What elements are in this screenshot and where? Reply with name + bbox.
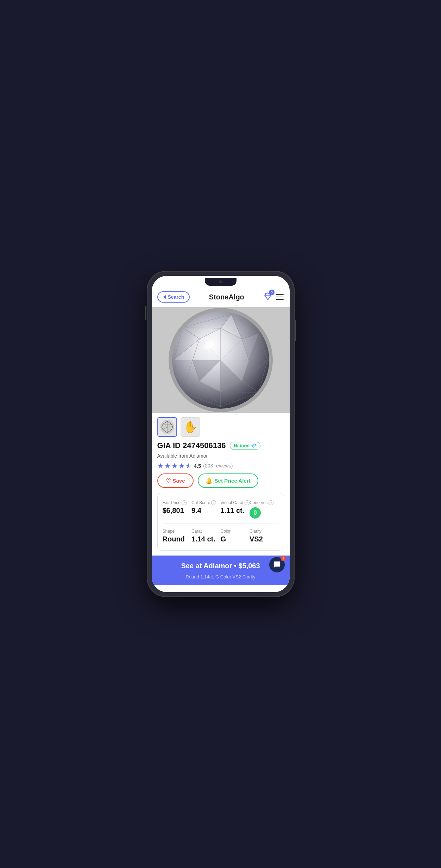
notch-bar: [152, 276, 290, 288]
cut-score-info-icon[interactable]: ?: [211, 500, 216, 505]
color-label: Color: [221, 529, 250, 534]
fair-price-stat: Fair Price ? $6,801: [163, 500, 192, 519]
camera: [219, 280, 222, 283]
shape-value: Round: [163, 535, 192, 543]
menu-icon[interactable]: [276, 294, 284, 300]
chat-badge: 1: [281, 556, 286, 561]
concerns-badge: 0: [250, 507, 261, 519]
fair-price-value: $6,801: [163, 507, 192, 515]
rating-row: ★ ★ ★ ★ ★ ☆ 4.5 (203 reviews): [157, 460, 284, 473]
heart-icon: ♡: [166, 477, 171, 484]
cta-footer: See at Adiamor • $5,063 1 Round 1.14ct. …: [152, 556, 290, 585]
cta-main[interactable]: See at Adiamor • $5,063 1: [152, 556, 290, 574]
diamond-image: [152, 307, 290, 413]
diamond-visual: [168, 307, 273, 413]
save-label: Save: [173, 478, 185, 484]
star-1: ★: [157, 461, 164, 470]
diamond-badge: 3: [269, 290, 275, 295]
action-row: ♡ Save 🔔 Set Price Alert: [157, 473, 284, 493]
visual-carat-info-icon[interactable]: ?: [245, 500, 250, 505]
clarity-value: VS2: [250, 535, 279, 543]
gia-id: GIA ID 2474506136: [157, 441, 226, 450]
clarity-stat: Clarity VS2: [250, 529, 279, 543]
search-button[interactable]: Search: [157, 291, 190, 303]
cta-text: See at Adiamor • $5,063: [181, 562, 260, 570]
natural-badge: Natural 💎: [230, 442, 260, 450]
shape-label: Shape: [163, 529, 192, 534]
stats-row-1: Fair Price ? $6,801 Cut Score ? 9.4: [163, 498, 279, 521]
stats-card: Fair Price ? $6,801 Cut Score ? 9.4: [157, 493, 284, 551]
cut-score-stat: Cut Score ? 9.4: [191, 500, 221, 519]
star-2: ★: [164, 461, 171, 470]
concerns-label: Concerns ?: [250, 500, 279, 505]
clarity-label: Clarity: [250, 529, 279, 534]
bottom-safe-area: [152, 585, 290, 592]
star-5: ★ ☆: [185, 461, 192, 470]
review-count: (203 reviews): [203, 463, 233, 469]
carat-label: Carat: [191, 529, 221, 534]
available-from: Available from Adiamor: [157, 452, 284, 460]
chat-icon: [273, 561, 281, 569]
natural-label: Natural: [234, 443, 250, 448]
save-button[interactable]: ♡ Save: [157, 473, 194, 488]
visual-carat-value: 1.11 ct.: [221, 507, 250, 515]
notch: [205, 278, 237, 286]
search-button-label: Search: [168, 294, 184, 300]
back-arrow-icon: [163, 295, 166, 299]
visual-carat-label: Visual Carat ?: [221, 500, 250, 505]
cta-sub: Round 1.14ct. G Color VS2 Clarity: [152, 574, 290, 585]
bell-icon: 🔔: [206, 477, 213, 484]
concerns-stat: Concerns ? 0: [250, 500, 279, 519]
cut-score-label: Cut Score ?: [191, 500, 221, 505]
header-actions: 3: [263, 292, 284, 302]
shape-stat: Shape Round: [163, 529, 192, 543]
chat-button[interactable]: 1: [269, 557, 285, 572]
diamond-icon-wrap[interactable]: 3: [263, 292, 272, 302]
carat-value: 1.14 ct.: [191, 535, 221, 543]
price-alert-button[interactable]: 🔔 Set Price Alert: [198, 473, 258, 488]
header: Search StoneAlgo 3: [152, 288, 290, 307]
app-title: StoneAlgo: [209, 293, 244, 301]
cut-score-value: 9.4: [191, 507, 221, 515]
fair-price-label: Fair Price ?: [163, 500, 192, 505]
stats-row-2: Shape Round Carat 1.14 ct. Color: [163, 523, 279, 545]
main-content: GIA ID 2474506136 Natural 💎 Available fr…: [152, 441, 290, 551]
fair-price-info-icon[interactable]: ?: [182, 500, 187, 505]
alert-label: Set Price Alert: [215, 478, 251, 484]
color-value: G: [221, 535, 250, 543]
visual-carat-stat: Visual Carat ? 1.11 ct.: [221, 500, 250, 519]
stars: ★ ★ ★ ★ ★ ☆: [157, 461, 192, 470]
rating-number: 4.5: [194, 463, 201, 469]
gia-row: GIA ID 2474506136 Natural 💎: [157, 441, 284, 452]
color-stat: Color G: [221, 529, 250, 543]
star-4: ★: [178, 461, 185, 470]
thumbnail-diamond[interactable]: [157, 417, 177, 437]
thumbnail-hand[interactable]: ✋: [181, 417, 200, 437]
phone-frame: Search StoneAlgo 3: [147, 271, 295, 597]
diamond-emoji: 💎: [251, 443, 257, 448]
star-3: ★: [171, 461, 178, 470]
thumbnail-row: ✋: [152, 413, 290, 441]
concerns-info-icon[interactable]: ?: [269, 500, 273, 505]
carat-stat: Carat 1.14 ct.: [191, 529, 221, 543]
